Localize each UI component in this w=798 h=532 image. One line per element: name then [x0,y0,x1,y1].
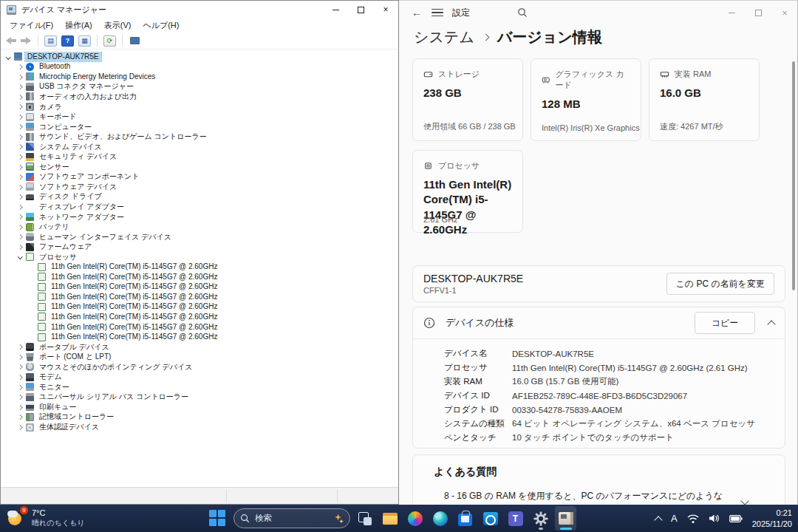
tree-item-label[interactable]: ユニバーサル シリアル バス コントローラー [37,392,191,401]
chevron-collapsed-icon[interactable] [16,72,24,81]
tree-item-label[interactable]: 11th Gen Intel(R) Core(TM) i5-1145G7 @ 2… [49,332,219,341]
tree-item-label[interactable]: 印刷キュー [37,403,78,412]
tree-item-label[interactable]: USB コネクタ マネージャー [37,82,136,91]
chevron-collapsed-icon[interactable] [16,243,24,251]
chevron-collapsed-icon[interactable] [16,193,24,201]
tree-item[interactable]: ファームウェア [1,242,398,252]
tree-item[interactable]: オーディオの入力および出力 [1,92,398,102]
copilot-icon[interactable] [404,506,426,531]
rename-pc-button[interactable]: この PC の名前を変更 [666,273,774,295]
tree-item[interactable]: キーボード [1,112,398,122]
chevron-collapsed-icon[interactable] [16,123,24,131]
tree-item-label[interactable]: 11th Gen Intel(R) Core(TM) i5-1145G7 @ 2… [49,313,219,321]
tree-item[interactable]: セキュリティ デバイス [1,151,398,162]
device-manager-titlebar[interactable]: デバイス マネージャー × [1,1,398,18]
device-spec-header[interactable]: デバイスの仕様 コピー [413,307,785,338]
tree-item[interactable]: 11th Gen Intel(R) Core(TM) i5-1145G7 @ 2… [1,262,398,272]
chevron-collapsed-icon[interactable] [16,413,24,421]
close-button[interactable]: × [771,1,798,24]
menu-action[interactable]: 操作(A) [59,18,98,33]
tree-item[interactable]: コンピューター [1,122,398,132]
tree-item-label[interactable]: 生体認証デバイス [37,423,101,432]
tree-item-label[interactable]: カメラ [37,103,64,112]
tree-item-label[interactable]: DESKTOP-AUK7R5E [25,52,101,61]
chevron-collapsed-icon[interactable] [16,183,24,191]
tree-item[interactable]: 11th Gen Intel(R) Core(TM) i5-1145G7 @ 2… [1,312,398,322]
tray-chevron-icon[interactable] [654,516,662,524]
chevron-collapsed-icon[interactable] [16,223,24,231]
tree-item-label[interactable]: セキュリティ デバイス [37,152,119,161]
back-icon[interactable]: ← [408,7,426,18]
tree-item-label[interactable]: マウスとそのほかのポインティング デバイス [37,363,194,372]
tree-item-label[interactable]: プロセッサ [37,253,79,262]
tree-item-label[interactable]: ファームウェア [37,242,94,251]
tree-item[interactable]: DESKTOP-AUK7R5E [1,52,398,62]
hamburger-menu-icon[interactable] [432,9,443,17]
chevron-collapsed-icon[interactable] [16,373,24,381]
breadcrumb-system[interactable]: システム [414,27,474,47]
tree-item[interactable]: ポータブル デバイス [1,342,398,352]
scrollbar-thumb[interactable] [792,61,795,290]
tree-item-label[interactable]: サウンド、ビデオ、およびゲーム コントローラー [37,132,209,141]
tree-item[interactable]: モニター [1,382,398,392]
tree-item-label[interactable]: ポータブル デバイス [37,343,112,352]
close-button[interactable]: × [373,1,398,18]
tree-item[interactable]: 11th Gen Intel(R) Core(TM) i5-1145G7 @ 2… [1,282,398,293]
menu-help[interactable]: ヘルプ(H) [137,18,185,33]
settings-icon[interactable] [530,506,551,531]
search-box[interactable]: 検索 [233,508,350,528]
search-icon[interactable] [517,7,528,18]
chevron-up-icon[interactable] [767,320,775,328]
teams-icon[interactable]: T [505,506,526,531]
tree-item-label[interactable]: モニター [37,383,72,392]
tree-item[interactable]: ソフトウェア コンポーネント [1,172,398,183]
tree-item-label[interactable]: Microchip Energy Metering Devices [37,72,157,81]
task-view-icon[interactable] [354,506,375,531]
chevron-collapsed-icon[interactable] [16,173,24,181]
scan-hardware-icon[interactable]: ⟳ [103,35,116,47]
minimize-button[interactable] [323,1,348,18]
chevron-expanded-icon[interactable] [16,253,24,261]
help-icon[interactable]: ? [61,35,74,47]
chevron-collapsed-icon[interactable] [16,113,24,121]
tree-item[interactable]: USB コネクタ マネージャー [1,82,398,92]
chevron-collapsed-icon[interactable] [16,383,24,391]
tree-item-label[interactable]: センサー [37,163,72,171]
tree-item[interactable]: プロセッサ [1,252,398,262]
tree-item-label[interactable]: バッテリ [37,222,72,231]
tree-item[interactable]: ネットワーク アダプター [1,212,398,222]
tree-item-label[interactable]: ヒューマン インターフェイス デバイス [37,233,174,242]
tree-item[interactable]: ディスプレイ アダプター [1,202,398,212]
tree-item-label[interactable]: システム デバイス [37,143,104,151]
tree-item[interactable]: ディスク ドライブ [1,192,398,202]
minimize-button[interactable] [718,1,745,24]
tree-item-label[interactable]: 11th Gen Intel(R) Core(TM) i5-1145G7 @ 2… [49,323,219,332]
tree-item-label[interactable]: ネットワーク アダプター [37,213,126,222]
show-window-icon[interactable]: ▤ [44,35,57,47]
tree-item[interactable]: 生体認証デバイス [1,422,398,432]
chevron-collapsed-icon[interactable] [16,63,24,71]
tree-item[interactable]: カメラ [1,102,398,112]
tree-item-label[interactable]: ソフトウェア デバイス [37,183,119,191]
tree-item[interactable]: ポート (COM と LPT) [1,352,398,362]
device-manager-icon[interactable] [555,506,576,531]
chevron-collapsed-icon[interactable] [16,393,24,401]
tree-item[interactable]: システム デバイス [1,142,398,152]
edge-icon[interactable] [429,506,451,531]
tree-item-label[interactable]: 11th Gen Intel(R) Core(TM) i5-1145G7 @ 2… [49,273,219,282]
tree-item[interactable]: Bluetooth [1,62,398,72]
copy-button[interactable]: コピー [695,312,755,334]
back-arrow-icon[interactable] [5,37,16,44]
chevron-collapsed-icon[interactable] [16,133,24,141]
tree-item-label[interactable]: ディスク ドライブ [37,192,104,201]
tree-item-label[interactable]: ディスプレイ アダプター [37,202,126,211]
chevron-collapsed-icon[interactable] [16,103,24,111]
tree-item[interactable]: Microchip Energy Metering Devices [1,72,398,82]
properties-icon[interactable]: ▦ [78,35,91,47]
tree-item-label[interactable]: ソフトウェア コンポーネント [37,172,142,181]
chevron-collapsed-icon[interactable] [16,153,24,161]
chevron-collapsed-icon[interactable] [16,202,24,211]
chevron-collapsed-icon[interactable] [16,343,24,351]
tree-item[interactable]: ユニバーサル シリアル バス コントローラー [1,392,398,403]
tree-item[interactable]: 記憶域コントローラー [1,412,398,423]
